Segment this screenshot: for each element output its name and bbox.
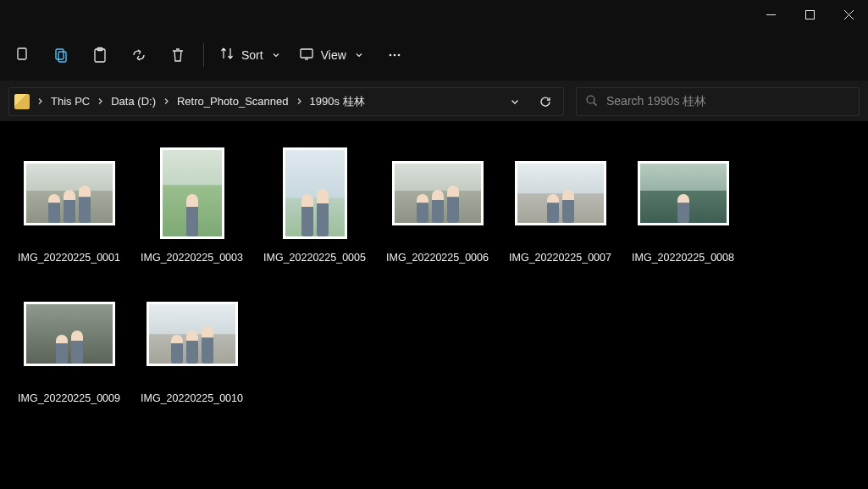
file-name: IMG_20220225_0010: [141, 392, 243, 407]
file-item[interactable]: IMG_20220225_0007: [500, 136, 621, 273]
share-button[interactable]: [120, 36, 158, 74]
file-name: IMG_20220225_0001: [18, 251, 120, 266]
chevron-right-icon: [161, 95, 172, 108]
thumbnail: [12, 142, 126, 244]
file-item[interactable]: IMG_20220225_0009: [8, 276, 130, 414]
file-item[interactable]: IMG_20220225_0001: [8, 136, 130, 273]
copy-button[interactable]: [42, 36, 80, 74]
search-placeholder: Search 1990s 桂林: [606, 94, 706, 109]
file-name: IMG_20220225_0008: [632, 251, 734, 266]
search-icon: [585, 94, 598, 109]
breadcrumb-segment[interactable]: Data (D:): [111, 95, 156, 108]
thumbnail: [380, 142, 495, 244]
close-button[interactable]: [829, 0, 868, 29]
chevron-down-icon: [355, 48, 363, 62]
svg-point-9: [397, 53, 400, 56]
file-grid: IMG_20220225_0001IMG_20220225_0003IMG_20…: [0, 122, 868, 489]
svg-rect-3: [58, 52, 66, 62]
file-item[interactable]: IMG_20220225_0003: [131, 136, 252, 273]
svg-point-7: [389, 53, 391, 56]
svg-rect-2: [56, 49, 64, 59]
file-name: IMG_20220225_0007: [509, 251, 611, 266]
refresh-button[interactable]: [533, 89, 558, 114]
folder-icon: [14, 94, 30, 109]
file-name: IMG_20220225_0003: [141, 251, 243, 266]
history-dropdown-button[interactable]: [502, 89, 528, 114]
sort-icon: [219, 46, 235, 64]
svg-point-10: [587, 96, 594, 103]
maximize-button[interactable]: [790, 0, 829, 29]
breadcrumb-segment[interactable]: This PC: [51, 95, 90, 108]
thumbnail: [135, 283, 249, 385]
address-bar[interactable]: This PC Data (D:) Retro_Photo_Scanned 19…: [8, 87, 564, 116]
search-input[interactable]: Search 1990s 桂林: [576, 87, 860, 116]
thumbnail: [12, 283, 126, 385]
title-bar: [0, 0, 868, 29]
thumbnail: [503, 142, 617, 244]
breadcrumb-segment[interactable]: 1990s 桂林: [310, 94, 365, 109]
file-item[interactable]: IMG_20220225_0008: [622, 136, 744, 273]
view-icon: [299, 46, 314, 64]
more-button[interactable]: [373, 36, 416, 74]
svg-point-8: [393, 53, 395, 56]
paste-button[interactable]: [81, 36, 119, 74]
minimize-button[interactable]: [751, 0, 790, 29]
toolbar-separator: [203, 43, 204, 67]
file-name: IMG_20220225_0009: [18, 392, 120, 407]
file-name: IMG_20220225_0005: [263, 251, 366, 266]
sort-button[interactable]: Sort: [211, 36, 289, 74]
thumbnail: [626, 142, 740, 244]
svg-rect-4: [95, 49, 105, 62]
svg-rect-1: [18, 48, 26, 59]
breadcrumb-segment[interactable]: Retro_Photo_Scanned: [177, 95, 289, 108]
view-button[interactable]: View: [290, 36, 372, 74]
file-name: IMG_20220225_0006: [386, 251, 489, 266]
file-item[interactable]: IMG_20220225_0010: [131, 276, 252, 414]
sort-label: Sort: [241, 48, 263, 62]
delete-button[interactable]: [159, 36, 196, 74]
chevron-right-icon: [35, 95, 46, 108]
file-item[interactable]: IMG_20220225_0006: [377, 136, 498, 273]
view-label: View: [321, 48, 346, 62]
toolbar: Sort View: [0, 29, 868, 81]
thumbnail: [257, 142, 372, 244]
thumbnail: [135, 142, 249, 244]
svg-rect-6: [301, 49, 312, 58]
chevron-right-icon: [95, 95, 106, 108]
svg-rect-0: [805, 10, 814, 19]
chevron-right-icon: [294, 95, 305, 108]
cut-button[interactable]: [3, 36, 41, 74]
chevron-down-icon: [272, 48, 280, 62]
navigation-row: This PC Data (D:) Retro_Photo_Scanned 19…: [0, 81, 868, 122]
file-item[interactable]: IMG_20220225_0005: [254, 136, 375, 273]
